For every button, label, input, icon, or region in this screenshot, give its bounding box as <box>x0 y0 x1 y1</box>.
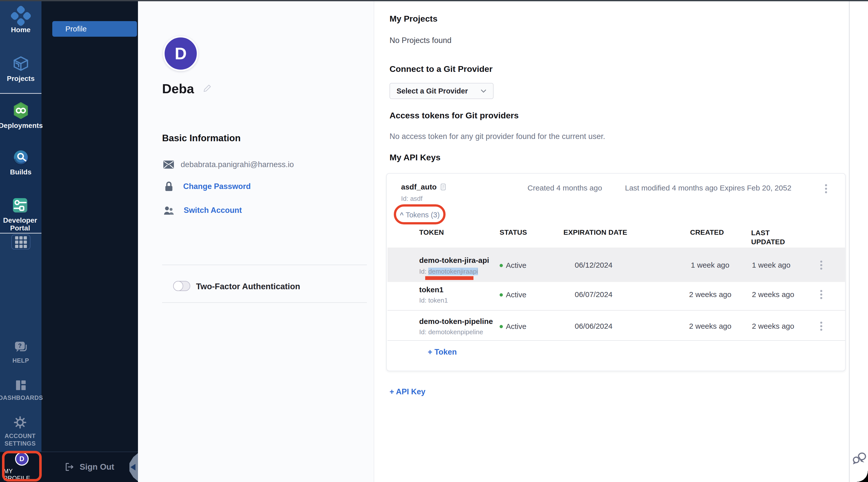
question-glyph: ? <box>18 342 22 349</box>
sidebar-item-builds[interactable]: Builds <box>0 149 41 176</box>
deployments-infinity-icon <box>12 102 30 119</box>
column-header-token: TOKEN <box>419 229 444 237</box>
sidebar-item-label: DASHBOARDS <box>0 394 43 401</box>
dashboards-icon <box>14 379 28 392</box>
harness-profile-page: Home Projects Deployments <box>0 0 868 482</box>
column-header-expiration: EXPIRATION DATE <box>563 229 627 237</box>
token-created: 2 weeks ago <box>689 322 731 330</box>
sidebar-item-label: HELP <box>12 357 29 364</box>
no-access-tokens-text: No access token for any git provider fou… <box>390 132 605 141</box>
switch-account-link[interactable]: Switch Account <box>184 206 242 215</box>
chat-bubbles-icon <box>852 451 867 465</box>
sidebar-bottom-bar: D MY PROFILE Sign Out <box>0 452 138 482</box>
api-key-created: Created 4 months ago <box>527 184 602 192</box>
status-dot-icon <box>500 325 503 328</box>
token-expiration: 06/12/2024 <box>575 261 613 269</box>
sidebar-item-developer-portal[interactable]: Developer Portal <box>0 197 40 232</box>
sign-out-button[interactable]: Sign Out <box>64 452 114 482</box>
change-password-link[interactable]: Change Password <box>183 182 251 191</box>
module-selector-button[interactable] <box>11 235 30 249</box>
token-id-selected-text: demotokenjiraapi <box>428 268 478 275</box>
gear-icon <box>13 415 27 430</box>
git-provider-select[interactable]: Select a Git Provider <box>390 83 494 99</box>
git-provider-title: Connect to a Git Provider <box>390 64 493 74</box>
api-key-id: Id: asdf <box>401 195 423 203</box>
token-status: Active <box>500 291 526 299</box>
token-table-header: TOKEN STATUS EXPIRATION DATE CREATED LAS… <box>387 225 845 247</box>
token-updated: 2 weeks ago <box>752 322 794 330</box>
sidebar-item-account-settings[interactable]: ACCOUNT SETTINGS <box>0 415 40 447</box>
chat-help-button[interactable] <box>852 451 867 465</box>
sidebar-item-label: Deployments <box>0 122 43 130</box>
sidebar-item-label: Home <box>11 26 31 34</box>
token-updated: 2 weeks ago <box>752 290 794 299</box>
sidebar-item-home[interactable]: Home <box>0 8 41 34</box>
content-right-divider <box>849 1 850 482</box>
token-id: Id: token1 <box>419 297 448 304</box>
developer-portal-icon <box>11 197 29 214</box>
token-table-row: demo-token-jira-api Id: demotokenjiraapi… <box>388 247 845 282</box>
profile-tab-label: Profile <box>65 25 87 33</box>
sidebar-item-label: Builds <box>10 169 32 176</box>
change-password-row: Change Password <box>164 181 251 192</box>
api-key-card: asdf_auto Id: asdf Created 4 months ago … <box>386 173 846 371</box>
divider <box>162 302 367 303</box>
sign-out-label: Sign Out <box>80 462 114 472</box>
sidebar-item-profile-active[interactable]: Profile <box>52 21 137 37</box>
sidebar-item-help[interactable]: ? HELP <box>0 340 41 364</box>
chevron-down-icon <box>480 89 487 93</box>
copy-icon[interactable] <box>440 183 446 191</box>
sidebar-item-label: Projects <box>7 75 35 83</box>
avatar: D <box>163 36 198 71</box>
caret-up-icon: ^ <box>400 211 404 219</box>
my-profile-button[interactable]: D MY PROFILE <box>3 452 40 482</box>
edit-pencil-icon[interactable] <box>202 83 212 93</box>
main-content: My Projects No Projects found Connect to… <box>374 1 849 482</box>
token-menu-button[interactable] <box>820 290 822 299</box>
sidebar-item-dashboards[interactable]: DASHBOARDS <box>0 379 41 401</box>
token-status: Active <box>500 322 526 331</box>
status-dot-icon <box>500 264 503 267</box>
token-name: demo-token-pipeline <box>419 317 493 326</box>
no-projects-text: No Projects found <box>390 36 451 45</box>
sidebar-item-label: Developer Portal <box>1 217 39 232</box>
add-api-key-button[interactable]: + API Key <box>390 387 426 396</box>
access-tokens-title: Access tokens for Git providers <box>390 111 519 120</box>
builds-icon <box>12 149 29 166</box>
sidebar-item-projects[interactable]: Projects <box>0 55 41 83</box>
api-key-menu-button[interactable] <box>825 184 827 193</box>
window-top-edge <box>0 0 868 1</box>
api-key-name: asdf_auto <box>401 183 446 191</box>
annotation-red-underline-token-id <box>425 276 473 280</box>
token-expiration: 06/06/2024 <box>575 322 613 330</box>
main-sidebar: Home Projects Deployments <box>0 0 41 452</box>
token-menu-button[interactable] <box>820 322 822 331</box>
tokens-toggle-label: Tokens (3) <box>406 211 439 219</box>
token-expiration: 06/07/2024 <box>575 290 613 299</box>
sign-out-icon <box>64 461 75 473</box>
token-id: Id: demotokenjiraapi <box>419 268 478 275</box>
token-name: token1 <box>419 285 443 294</box>
user-email: debabrata.panigrahi@harness.io <box>181 160 294 169</box>
api-key-modified-expires: Last modified 4 months ago Expires Feb 2… <box>625 184 792 192</box>
grid-icon <box>15 236 27 248</box>
toggle-knob <box>173 281 183 291</box>
tokens-collapse-toggle[interactable]: ^ Tokens (3) <box>400 211 440 219</box>
chevron-left-icon <box>130 464 135 471</box>
my-projects-title: My Projects <box>390 14 437 24</box>
email-icon <box>163 160 174 169</box>
harness-home-icon <box>10 5 32 27</box>
status-dot-icon <box>500 293 503 297</box>
screen-corner <box>857 471 868 482</box>
add-token-button[interactable]: + Token <box>428 348 457 357</box>
two-factor-toggle[interactable] <box>173 281 190 291</box>
avatar: D <box>15 452 29 466</box>
two-factor-label: Two-Factor Authentication <box>196 282 300 291</box>
user-name: Deba <box>162 81 212 96</box>
basic-information-title: Basic Information <box>162 133 241 144</box>
divider <box>162 265 367 265</box>
sidebar-item-deployments[interactable]: Deployments <box>0 102 41 130</box>
token-updated: 1 week ago <box>752 261 790 269</box>
help-chat-icon: ? <box>13 340 29 354</box>
token-menu-button[interactable] <box>820 261 822 270</box>
